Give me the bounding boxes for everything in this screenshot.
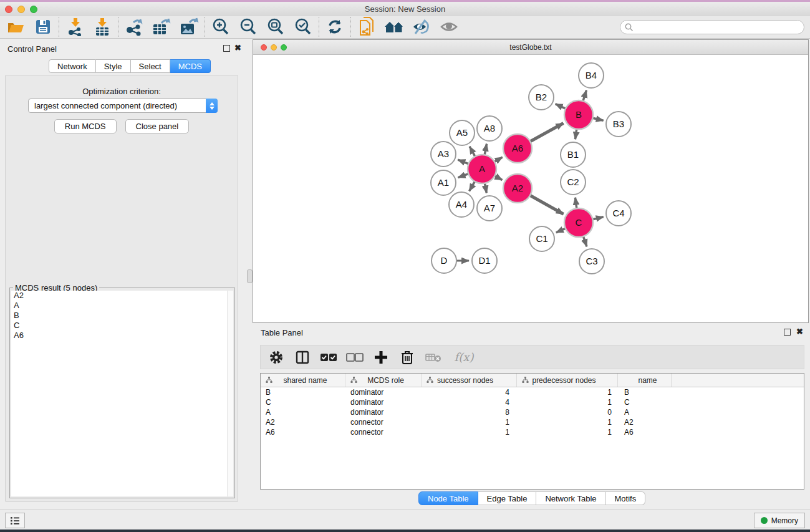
export-image-button[interactable] <box>178 17 200 37</box>
search-field[interactable] <box>620 20 804 34</box>
mcds-result-list[interactable]: A2 A B C A6 <box>11 291 233 496</box>
show-graphics-details-button[interactable] <box>438 17 460 37</box>
tab-edge-table[interactable]: Edge Table <box>478 491 537 505</box>
table-row[interactable]: A6 connector 1 1 A6 <box>261 427 804 437</box>
network-canvas[interactable]: AA1A2A3A4A5A6A7A8BB1B2B3B4CC1C2C3C4DD1 <box>253 55 808 322</box>
cell-mcds-role[interactable]: connector <box>345 417 422 427</box>
zoom-selected-button[interactable] <box>292 17 314 37</box>
save-session-button[interactable] <box>32 17 54 37</box>
task-history-button[interactable] <box>5 513 25 528</box>
cell-shared-name[interactable]: A2 <box>261 417 345 427</box>
float-panel-icon[interactable] <box>223 45 230 52</box>
search-input[interactable] <box>634 22 804 33</box>
result-item[interactable]: A6 <box>11 331 233 341</box>
cell-successor-nodes[interactable]: 1 <box>422 417 517 427</box>
cell-mcds-role[interactable]: connector <box>345 427 422 437</box>
graph-node-A5[interactable]: A5 <box>450 120 475 145</box>
zoom-fit-button[interactable] <box>265 17 286 37</box>
result-item[interactable]: C <box>11 321 233 331</box>
cell-shared-name[interactable]: A6 <box>261 427 345 437</box>
cell-successor-nodes[interactable]: 1 <box>422 427 517 437</box>
table-settings-button[interactable] <box>267 348 286 367</box>
table-row[interactable]: A dominator 8 0 A <box>261 407 804 417</box>
float-table-panel-icon[interactable] <box>784 329 791 336</box>
cell-mcds-role[interactable]: dominator <box>345 387 422 397</box>
graph-node-C4[interactable]: C4 <box>606 201 631 226</box>
select-all-button[interactable] <box>319 348 338 367</box>
result-item[interactable]: A <box>11 301 233 311</box>
graph-node-B[interactable]: B <box>564 100 593 129</box>
graph-node-B4[interactable]: B4 <box>579 63 604 88</box>
deselect-all-button[interactable] <box>345 348 364 367</box>
hide-graphics-details-button[interactable] <box>411 17 432 37</box>
import-table-button[interactable] <box>92 17 113 37</box>
cell-name[interactable]: B <box>618 387 672 397</box>
column-header-shared-name[interactable]: shared name <box>261 374 345 387</box>
cybrowser-home-button[interactable] <box>383 17 405 37</box>
column-header-mcds-role[interactable]: MCDS role <box>345 374 422 387</box>
network-from-selection-button[interactable] <box>356 17 377 37</box>
graph-node-C1[interactable]: C1 <box>529 226 554 251</box>
result-item[interactable]: A2 <box>11 291 233 301</box>
panel-divider-grip[interactable] <box>247 269 253 283</box>
close-table-panel-icon[interactable]: ✖ <box>796 327 803 336</box>
cell-successor-nodes[interactable]: 8 <box>422 407 517 417</box>
graph-node-A[interactable]: A <box>468 155 496 183</box>
column-header-predecessor-nodes[interactable]: predecessor nodes <box>517 374 618 387</box>
function-builder-button[interactable]: f(x) <box>450 348 478 367</box>
cell-shared-name[interactable]: A <box>261 407 345 417</box>
tab-network-table[interactable]: Network Table <box>536 491 605 505</box>
tab-mcds[interactable]: MCDS <box>170 59 211 73</box>
run-mcds-button[interactable]: Run MCDS <box>54 119 117 133</box>
refresh-button[interactable] <box>324 17 345 37</box>
graph-node-A6[interactable]: A6 <box>503 134 532 163</box>
open-file-button[interactable] <box>5 17 26 37</box>
cell-predecessor-nodes[interactable]: 1 <box>517 387 618 397</box>
cell-name[interactable]: A <box>618 407 672 417</box>
graph-node-A3[interactable]: A3 <box>431 142 456 167</box>
tab-motifs[interactable]: Motifs <box>606 491 646 505</box>
add-column-button[interactable] <box>372 348 390 367</box>
cell-name[interactable]: A6 <box>618 427 672 437</box>
zoom-in-button[interactable] <box>210 17 231 37</box>
column-header-name[interactable]: name <box>618 374 672 387</box>
cell-shared-name[interactable]: C <box>261 397 345 407</box>
table-row[interactable]: C dominator 4 1 C <box>261 397 804 407</box>
close-panel-button[interactable]: Close panel <box>125 119 190 133</box>
cell-predecessor-nodes[interactable]: 0 <box>517 407 618 417</box>
graph-node-C3[interactable]: C3 <box>579 249 604 274</box>
cell-name[interactable]: A2 <box>618 417 672 427</box>
tab-node-table[interactable]: Node Table <box>418 491 478 505</box>
import-network-button[interactable] <box>64 17 85 37</box>
column-visibility-button[interactable] <box>293 348 312 367</box>
cell-predecessor-nodes[interactable]: 1 <box>517 397 618 407</box>
cell-predecessor-nodes[interactable]: 1 <box>517 417 618 427</box>
graph-node-D1[interactable]: D1 <box>472 248 497 273</box>
cell-name[interactable]: C <box>618 397 672 407</box>
graph-node-A2[interactable]: A2 <box>503 174 532 203</box>
graph-node-A8[interactable]: A8 <box>477 116 502 141</box>
graph-node-C[interactable]: C <box>564 208 593 237</box>
graph-node-A4[interactable]: A4 <box>449 192 474 217</box>
tab-style[interactable]: Style <box>96 59 131 73</box>
table-row[interactable]: A2 connector 1 1 A2 <box>261 417 804 427</box>
graph-node-A7[interactable]: A7 <box>477 196 502 221</box>
zoom-out-button[interactable] <box>238 17 259 37</box>
export-table-button[interactable] <box>151 17 172 37</box>
close-panel-icon[interactable]: ✖ <box>234 43 241 52</box>
delete-column-button[interactable] <box>398 348 417 367</box>
cell-mcds-role[interactable]: dominator <box>345 407 422 417</box>
delete-table-button[interactable] <box>424 348 443 367</box>
memory-button[interactable]: Memory <box>754 513 805 528</box>
criterion-dropdown[interactable]: largest connected component (directed) <box>28 99 218 113</box>
graph-node-B1[interactable]: B1 <box>561 142 586 167</box>
cell-shared-name[interactable]: B <box>261 387 345 397</box>
export-network-button[interactable] <box>123 17 145 37</box>
result-item[interactable]: B <box>11 311 233 321</box>
graph-node-A1[interactable]: A1 <box>431 170 456 195</box>
result-scrollbar[interactable] <box>227 291 233 496</box>
column-header-successor-nodes[interactable]: successor nodes <box>422 374 517 387</box>
cell-successor-nodes[interactable]: 4 <box>422 397 517 407</box>
graph-node-C2[interactable]: C2 <box>561 170 586 195</box>
tab-network[interactable]: Network <box>49 59 96 73</box>
